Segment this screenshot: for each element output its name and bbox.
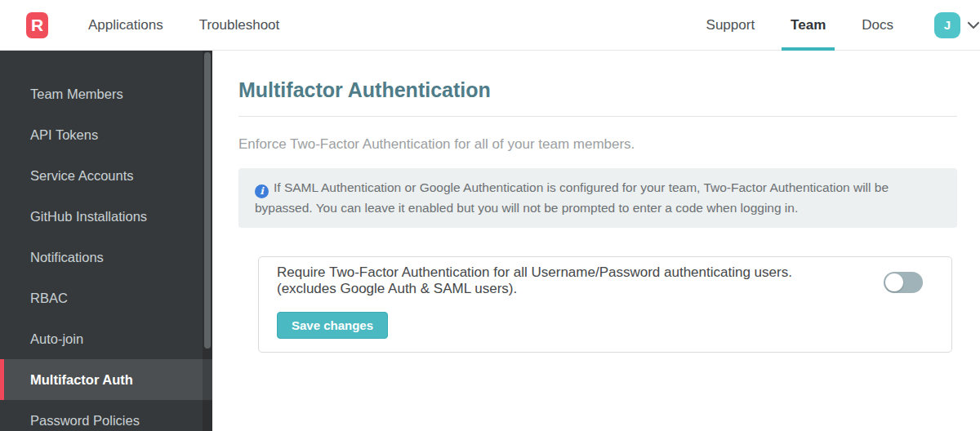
save-changes-button[interactable]: Save changes: [277, 312, 388, 339]
setting-label: Require Two-Factor Authentication for al…: [277, 264, 865, 297]
info-callout: iIf SAML Authentication or Google Authen…: [238, 168, 957, 228]
sidebar-item-github-installations[interactable]: GitHub Installations: [0, 196, 212, 237]
nav-link-applications[interactable]: Applications: [88, 17, 163, 33]
two-factor-toggle[interactable]: [884, 272, 923, 293]
sidebar-scrollbar-track[interactable]: [203, 51, 212, 431]
primary-nav: Applications Troubleshoot: [88, 17, 279, 33]
chevron-down-icon[interactable]: [967, 21, 980, 29]
app-logo[interactable]: R: [26, 12, 48, 38]
nav-link-team[interactable]: Team: [782, 0, 835, 51]
avatar-initial: J: [944, 18, 951, 32]
sidebar-item-notifications[interactable]: Notifications: [0, 237, 212, 278]
sidebar-item-rbac[interactable]: RBAC: [0, 278, 212, 318]
two-factor-setting-card: Require Two-Factor Authentication for al…: [258, 256, 952, 353]
settings-sidebar: Team Members API Tokens Service Accounts…: [0, 51, 212, 431]
nav-link-docs[interactable]: Docs: [853, 0, 902, 51]
main-content: Multifactor Authentication Enforce Two-F…: [212, 51, 980, 431]
sidebar-item-password-policies[interactable]: Password Policies: [0, 400, 212, 431]
sidebar-item-multifactor-auth[interactable]: Multifactor Auth: [0, 359, 212, 400]
secondary-nav: Support Team Docs: [688, 0, 911, 51]
nav-link-troubleshoot[interactable]: Troubleshoot: [199, 17, 280, 33]
toggle-knob[interactable]: [885, 273, 903, 291]
info-icon: i: [255, 184, 269, 198]
top-navbar: R Applications Troubleshoot Support Team…: [0, 0, 980, 51]
app-logo-letter: R: [31, 16, 43, 35]
sidebar-item-auto-join[interactable]: Auto-join: [0, 318, 212, 359]
sidebar-scrollbar-thumb[interactable]: [204, 52, 211, 349]
title-divider: [238, 116, 957, 117]
user-menu[interactable]: J: [934, 12, 980, 38]
sidebar-item-team-members[interactable]: Team Members: [0, 73, 212, 114]
sidebar-list: Team Members API Tokens Service Accounts…: [0, 51, 212, 431]
nav-link-support[interactable]: Support: [697, 0, 764, 51]
setting-label-line2: (excludes Google Auth & SAML users).: [277, 281, 865, 297]
page-subtitle: Enforce Two-Factor Authentication for al…: [238, 136, 957, 153]
page-title: Multifactor Authentication: [238, 78, 957, 102]
info-callout-text: If SAML Authentication or Google Authent…: [255, 180, 889, 215]
avatar[interactable]: J: [934, 12, 960, 38]
setting-label-line1: Require Two-Factor Authentication for al…: [277, 264, 865, 281]
sidebar-item-api-tokens[interactable]: API Tokens: [0, 114, 212, 155]
sidebar-item-service-accounts[interactable]: Service Accounts: [0, 155, 212, 196]
